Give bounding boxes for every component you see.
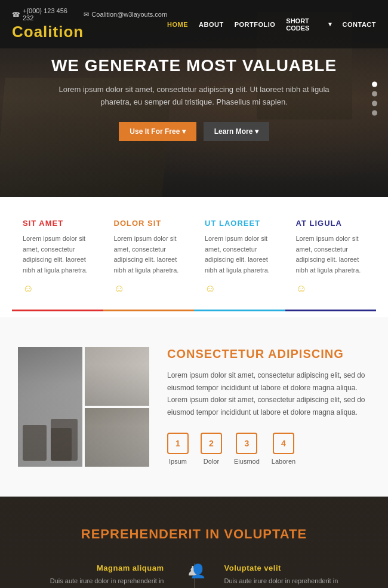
nav-shortcodes[interactable]: SHORT CODES ▾ xyxy=(286,17,331,32)
about-image-3 xyxy=(85,408,149,467)
step-3-number: 3 xyxy=(236,433,257,454)
about-description: Lorem ipsum dolor sit amet, consectetur … xyxy=(167,369,370,418)
step-1-label: Ipsum xyxy=(167,458,189,465)
about-content: CONSECTETUR ADIPISCING Lorem ipsum dolor… xyxy=(167,347,370,465)
step-3: 3 Eiusmod xyxy=(234,433,260,465)
main-nav: HOME ABOUT PORTFOLIO SHORT CODES ▾ CONTA… xyxy=(167,17,376,32)
feature-4-icon: ☺ xyxy=(296,283,366,295)
email-icon: ✉ xyxy=(84,11,89,19)
dark-grid: Magnam aliquam Duis aute irure dolor in … xyxy=(18,564,370,588)
feature-1-title: SIT AMET xyxy=(23,219,93,228)
header: ☎ +{000} 123 456 232 ✉ Coalition@w3layou… xyxy=(0,0,388,48)
step-4-label: Laboren xyxy=(272,458,295,465)
about-steps: 1 Ipsum 2 Dolor 3 Eiusmod 4 Laboren xyxy=(167,433,370,465)
feature-2-icon: ☺ xyxy=(114,283,184,295)
feature-1-icon: ☺ xyxy=(23,283,93,295)
hero-description: Lorem ipsum dolor sit amet, consectetur … xyxy=(48,84,340,109)
about-images xyxy=(18,347,149,467)
features-section: SIT AMET Lorem ipsum dolor sit amet, con… xyxy=(0,197,388,317)
feature-3-desc: Lorem ipsum dolor sit amet, consectetur … xyxy=(205,234,275,275)
nav-home[interactable]: HOME xyxy=(167,21,188,28)
step-1: 1 Ipsum xyxy=(167,433,189,465)
email-address: Coalition@w3layouts.com xyxy=(91,11,167,18)
step-4: 4 Laboren xyxy=(272,433,295,465)
dark-right-item-1: 👤 Voluptate velit Duis aute irure dolor … xyxy=(207,564,371,588)
dark-left-item-1: Magnam aliquam Duis aute irure dolor in … xyxy=(18,564,182,588)
feature-4-desc: Lorem ipsum dolor sit amet, consectetur … xyxy=(296,234,366,275)
phone-icon: ☎ xyxy=(12,11,20,19)
dark-left-desc-1: Duis aute irure dolor in reprehenderit i… xyxy=(33,576,164,588)
dark-right-desc-1: Duis aute irure dolor in reprehenderit i… xyxy=(224,576,356,588)
feature-1-desc: Lorem ipsum dolor sit amet, consectetur … xyxy=(23,234,93,275)
feature-2-desc: Lorem ipsum dolor sit amet, consectetur … xyxy=(114,234,184,275)
phone-contact: ☎ +{000} 123 456 232 xyxy=(12,7,74,22)
header-contact: ☎ +{000} 123 456 232 ✉ Coalition@w3layou… xyxy=(12,7,167,22)
step-3-label: Eiusmod xyxy=(234,458,260,465)
use-it-free-button[interactable]: Use It For Free ▾ xyxy=(119,122,196,141)
feature-4: AT LIGULA Lorem ipsum dolor sit amet, co… xyxy=(285,219,377,311)
step-2: 2 Dolor xyxy=(201,433,222,465)
dark-left-title-1: Magnam aliquam xyxy=(97,564,164,572)
feature-3-title: UT LAOREET xyxy=(205,219,275,228)
dark-section: REPREHENDERIT IN VOLUPTATE Magnam aliqua… xyxy=(0,497,388,588)
about-image-2 xyxy=(85,347,149,406)
step-2-label: Dolor xyxy=(201,458,222,465)
hero-title: WE GENERATE MOST VALUABLE xyxy=(48,56,340,75)
feature-2: DOLOR SIT Lorem ipsum dolor sit amet, co… xyxy=(103,219,195,311)
dark-col-right: 👤 Voluptate velit Duis aute irure dolor … xyxy=(207,564,371,588)
nav-contact[interactable]: CONTACT xyxy=(343,21,376,28)
dark-right-title-1: Voluptate velit xyxy=(224,564,281,572)
feature-1: SIT AMET Lorem ipsum dolor sit amet, con… xyxy=(12,219,103,311)
dark-section-title: REPREHENDERIT IN VOLUPTATE xyxy=(18,526,370,542)
email-contact: ✉ Coalition@w3layouts.com xyxy=(84,11,167,19)
about-title: CONSECTETUR ADIPISCING xyxy=(167,347,370,361)
feature-4-title: AT LIGULA xyxy=(296,219,366,228)
step-2-number: 2 xyxy=(201,433,222,454)
feature-2-title: DOLOR SIT xyxy=(114,219,184,228)
step-1-number: 1 xyxy=(167,433,189,454)
hero-buttons: Use It For Free ▾ Learn More ▾ xyxy=(48,122,340,141)
step-4-number: 4 xyxy=(273,433,294,454)
dark-col-left: Magnam aliquam Duis aute irure dolor in … xyxy=(18,564,182,588)
hero-content: WE GENERATE MOST VALUABLE Lorem ipsum do… xyxy=(0,56,388,141)
about-section: CONSECTETUR ADIPISCING Lorem ipsum dolor… xyxy=(0,317,388,497)
about-image-1 xyxy=(18,347,82,467)
site-logo: Coalition xyxy=(12,23,167,41)
nav-portfolio[interactable]: PORTFOLIO xyxy=(235,21,276,28)
feature-3-icon: ☺ xyxy=(205,283,275,295)
chevron-down-icon: ▾ xyxy=(328,20,332,28)
phone-number: +{000} 123 456 232 xyxy=(23,7,74,22)
dark-right-icon-1: 👤 xyxy=(190,564,206,579)
learn-more-button[interactable]: Learn More ▾ xyxy=(204,122,269,141)
nav-about[interactable]: ABOUT xyxy=(199,21,224,28)
feature-3: UT LAOREET Lorem ipsum dolor sit amet, c… xyxy=(194,219,285,311)
